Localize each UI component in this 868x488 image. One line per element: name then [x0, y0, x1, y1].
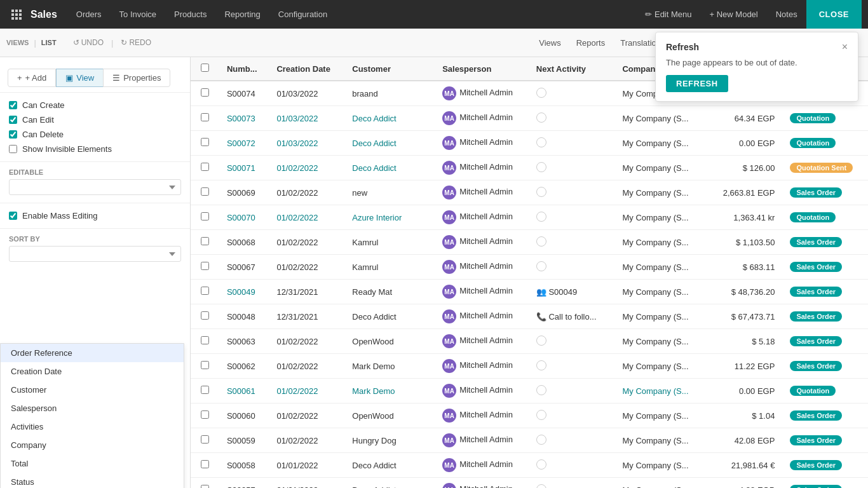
show-invisible-checkbox-item[interactable]: Show Invisible Elements	[0, 142, 190, 156]
refresh-popup-close-icon[interactable]: ×	[842, 41, 848, 53]
select-all-checkbox[interactable]	[201, 64, 209, 72]
sort-option-order-reference[interactable]: Order Reference	[1, 344, 184, 362]
row-checkbox[interactable]	[201, 237, 209, 245]
properties-button[interactable]: ☰ Properties	[103, 69, 170, 87]
company-cell: My Company (S...	[614, 205, 703, 230]
customer-cell[interactable]: Deco Addict	[344, 131, 435, 156]
company-link[interactable]: My Company (S...	[622, 386, 688, 396]
order-id-cell[interactable]: S00070	[219, 205, 269, 230]
toolbar-views[interactable]: Views	[531, 29, 568, 57]
customer-cell[interactable]: Mark Demo	[344, 379, 435, 403]
nav-orders[interactable]: Orders	[67, 0, 111, 29]
mass-editing-checkbox[interactable]	[9, 212, 17, 220]
row-checkbox[interactable]	[201, 113, 209, 121]
order-id-cell[interactable]: S00071	[219, 156, 269, 180]
row-checkbox[interactable]	[201, 460, 209, 468]
row-checkbox[interactable]	[201, 485, 209, 488]
show-invisible-checkbox[interactable]	[9, 145, 17, 153]
order-link[interactable]: S00073	[227, 114, 255, 123]
date-link[interactable]: 01/03/2022	[276, 114, 318, 123]
date-link[interactable]: 01/02/2022	[276, 213, 318, 222]
customer-link[interactable]: Deco Addict	[352, 139, 396, 148]
row-checkbox[interactable]	[201, 262, 209, 270]
sort-option-creation-date[interactable]: Creation Date	[1, 362, 184, 381]
order-link[interactable]: S00070	[227, 213, 255, 222]
customer-cell[interactable]: Deco Addict	[344, 156, 435, 180]
date-link[interactable]: 01/02/2022	[276, 163, 318, 173]
nav-reporting[interactable]: Reporting	[215, 0, 269, 29]
date-cell[interactable]: 01/02/2022	[269, 156, 344, 180]
order-link[interactable]: S00049	[227, 287, 255, 297]
refresh-button[interactable]: REFRESH	[666, 75, 728, 92]
grid-menu-icon[interactable]	[6, 4, 27, 25]
sort-by-select[interactable]	[9, 246, 181, 262]
nav-configuration[interactable]: Configuration	[269, 0, 336, 29]
can-create-checkbox[interactable]	[9, 101, 17, 109]
sort-option-total[interactable]: Total	[1, 454, 184, 473]
sort-option-status[interactable]: Status	[1, 473, 184, 488]
order-link[interactable]: S00072	[227, 139, 255, 148]
view-button[interactable]: ▣ View	[56, 69, 104, 87]
row-checkbox[interactable]	[201, 163, 209, 171]
col-checkbox[interactable]	[191, 57, 219, 81]
order-id-cell: S00068	[219, 230, 269, 255]
date-cell[interactable]: 01/03/2022	[269, 106, 344, 131]
date-cell[interactable]: 01/02/2022	[269, 205, 344, 230]
col-number[interactable]: Numb...	[219, 57, 269, 81]
status-cell: Sales Order	[782, 453, 868, 478]
order-id-cell[interactable]: S00049	[219, 280, 269, 304]
date-link[interactable]: 01/02/2022	[276, 386, 318, 396]
customer-link[interactable]: Deco Addict	[352, 114, 396, 123]
col-customer[interactable]: Customer	[344, 57, 435, 81]
customer-link[interactable]: Azure Interior	[352, 213, 402, 222]
company-cell[interactable]: My Company (S...	[614, 379, 703, 403]
row-checkbox[interactable]	[201, 212, 209, 220]
order-id-cell[interactable]: S00072	[219, 131, 269, 156]
redo-button[interactable]: ↻ REDO	[117, 36, 155, 49]
row-checkbox[interactable]	[201, 386, 209, 394]
sort-option-activities[interactable]: Activities	[1, 417, 184, 436]
row-checkbox[interactable]	[201, 410, 209, 419]
close-button[interactable]: CLOSE	[806, 0, 862, 29]
col-salesperson[interactable]: Salesperson	[435, 57, 529, 81]
nav-to-invoice[interactable]: To Invoice	[111, 0, 166, 29]
order-id-cell[interactable]: S00061	[219, 379, 269, 403]
order-link[interactable]: S00071	[227, 163, 255, 173]
can-edit-checkbox-item[interactable]: Can Edit	[0, 112, 190, 127]
col-creation-date[interactable]: Creation Date	[269, 57, 344, 81]
col-next-activity[interactable]: Next Activity	[529, 57, 615, 81]
customer-link[interactable]: Deco Addict	[352, 163, 396, 173]
date-link[interactable]: 01/03/2022	[276, 139, 318, 148]
editable-select[interactable]	[9, 179, 181, 195]
can-edit-checkbox[interactable]	[9, 116, 17, 124]
date-cell[interactable]: 01/03/2022	[269, 131, 344, 156]
toolbar-reports[interactable]: Reports	[569, 29, 613, 57]
sort-option-salesperson[interactable]: Salesperson	[1, 399, 184, 417]
row-checkbox[interactable]	[201, 311, 209, 320]
row-checkbox[interactable]	[201, 287, 209, 295]
undo-button[interactable]: ↺ UNDO	[69, 36, 107, 49]
row-checkbox[interactable]	[201, 361, 209, 369]
order-id-cell[interactable]: S00073	[219, 106, 269, 131]
can-delete-checkbox[interactable]	[9, 130, 17, 139]
can-create-checkbox-item[interactable]: Can Create	[0, 98, 190, 112]
date-cell[interactable]: 01/02/2022	[269, 379, 344, 403]
notes-button[interactable]: Notes	[767, 0, 806, 29]
new-model-button[interactable]: + New Model	[701, 0, 767, 29]
row-checkbox[interactable]	[201, 187, 209, 196]
customer-cell[interactable]: Azure Interior	[344, 205, 435, 230]
row-checkbox[interactable]	[201, 88, 209, 97]
sort-option-company[interactable]: Company	[1, 436, 184, 454]
customer-cell[interactable]: Deco Addict	[344, 106, 435, 131]
row-checkbox[interactable]	[201, 138, 209, 146]
can-delete-checkbox-item[interactable]: Can Delete	[0, 127, 190, 142]
customer-link[interactable]: Mark Demo	[352, 386, 395, 396]
row-checkbox[interactable]	[201, 336, 209, 344]
row-checkbox[interactable]	[201, 435, 209, 444]
nav-products[interactable]: Products	[165, 0, 215, 29]
mass-editing-checkbox-item[interactable]: Enable Mass Editing	[0, 208, 190, 223]
sort-option-customer[interactable]: Customer	[1, 381, 184, 399]
add-button[interactable]: + + Add	[8, 69, 56, 87]
edit-menu-button[interactable]: ✏ Edit Menu	[636, 0, 700, 29]
order-link[interactable]: S00061	[227, 386, 255, 396]
